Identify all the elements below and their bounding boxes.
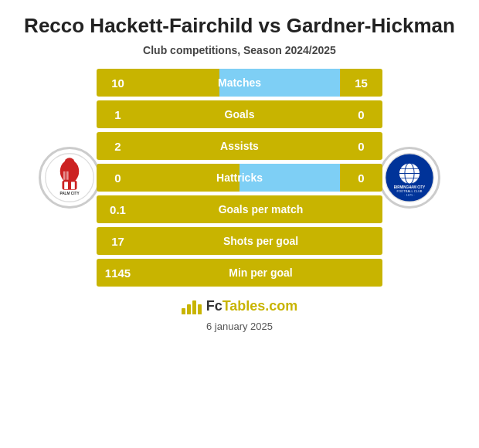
stat-row-4: 0.1Goals per match xyxy=(97,195,382,223)
stat-bar-fill-0 xyxy=(219,69,340,97)
watermark-tables: Tables xyxy=(223,298,266,314)
stat-row-5: 17Shots per goal xyxy=(97,227,382,255)
svg-rect-4 xyxy=(64,182,68,190)
bar3 xyxy=(192,300,196,314)
stat-left-val-3: 0 xyxy=(97,164,139,192)
date-text: 6 january 2025 xyxy=(206,321,273,332)
stats-section: PALM CITY 10Matches151Goals02Assists00Ha… xyxy=(15,69,464,287)
stat-left-val-2: 2 xyxy=(97,132,139,160)
svg-text:· 1875 ·: · 1875 · xyxy=(404,194,415,198)
stat-row-6: 1145Min per goal xyxy=(97,259,382,287)
stat-bar-container-2: Assists xyxy=(139,132,340,160)
stat-label-6: Min per goal xyxy=(139,266,382,279)
stat-left-val-4: 0.1 xyxy=(97,195,139,223)
stat-bar-fill-3 xyxy=(240,164,340,192)
svg-text:FOOTBALL CLUB: FOOTBALL CLUB xyxy=(396,189,422,193)
team-logo-right: BIRMINGHAM CITY FOOTBALL CLUB · 1875 · xyxy=(375,147,444,209)
watermark: FcTables.com xyxy=(182,297,298,314)
svg-point-2 xyxy=(64,158,75,168)
stat-label-2: Assists xyxy=(139,140,340,152)
stat-right-val-0: 15 xyxy=(340,69,382,97)
stat-label-1: Goals xyxy=(139,108,340,120)
stat-bar-container-1: Goals xyxy=(139,100,340,128)
stat-bar-container-3: Hattricks xyxy=(139,164,340,192)
stat-bar-container-5: Shots per goal xyxy=(139,227,382,255)
stat-left-val-6: 1145 xyxy=(97,259,139,287)
stat-row-0: 10Matches15 xyxy=(97,69,382,97)
stat-right-val-3: 0 xyxy=(340,164,382,192)
bar1 xyxy=(182,308,185,314)
bar4 xyxy=(198,304,202,314)
svg-text:PALM CITY: PALM CITY xyxy=(59,192,80,195)
left-team-circle: PALM CITY xyxy=(39,147,100,209)
stat-right-val-1: 0 xyxy=(340,100,382,128)
match-subtitle: Club competitions, Season 2024/2025 xyxy=(143,44,336,56)
bar2 xyxy=(187,304,191,314)
stat-row-1: 1Goals0 xyxy=(97,100,382,128)
stat-label-4: Goals per match xyxy=(139,203,382,216)
stats-table: 10Matches151Goals02Assists00Hattricks00.… xyxy=(97,69,382,287)
stat-row-2: 2Assists0 xyxy=(97,132,382,160)
right-team-circle: BIRMINGHAM CITY FOOTBALL CLUB · 1875 · xyxy=(379,147,440,209)
svg-rect-7 xyxy=(66,171,69,180)
match-title: Recco Hackett-Fairchild vs Gardner-Hickm… xyxy=(24,14,455,38)
stat-left-val-5: 17 xyxy=(97,227,139,255)
watermark-bars-icon xyxy=(182,297,202,314)
svg-rect-6 xyxy=(63,171,66,180)
svg-text:BIRMINGHAM CITY: BIRMINGHAM CITY xyxy=(394,185,425,189)
stat-left-val-1: 1 xyxy=(97,100,139,128)
team-logo-left: PALM CITY xyxy=(35,147,104,209)
stat-bar-container-0: Matches xyxy=(139,69,340,97)
svg-rect-5 xyxy=(71,182,75,190)
stat-bar-container-4: Goals per match xyxy=(139,195,382,223)
watermark-logo: FcTables.com xyxy=(182,297,298,314)
stat-row-3: 0Hattricks0 xyxy=(97,164,382,192)
stat-label-5: Shots per goal xyxy=(139,235,382,247)
right-team-svg: BIRMINGHAM CITY FOOTBALL CLUB · 1875 · xyxy=(383,151,436,204)
page-wrapper: Recco Hackett-Fairchild vs Gardner-Hickm… xyxy=(0,0,479,448)
stat-bar-container-6: Min per goal xyxy=(139,259,382,287)
stat-left-val-0: 10 xyxy=(97,69,139,97)
stat-right-val-2: 0 xyxy=(340,132,382,160)
left-team-svg: PALM CITY xyxy=(43,151,96,204)
watermark-text: FcTables.com xyxy=(206,298,298,314)
